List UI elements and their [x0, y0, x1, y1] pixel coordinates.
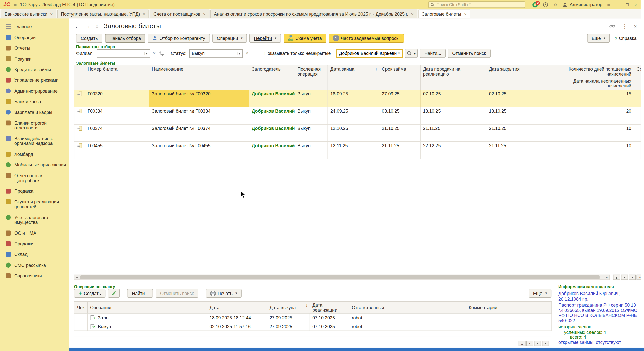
chevron-down-icon[interactable]: ▾: [237, 52, 242, 55]
column-header[interactable]: Ответственный: [349, 302, 466, 313]
cell-sale-date[interactable]: 07.10.2025: [310, 313, 349, 322]
column-header[interactable]: Дата передачи на реализацию: [420, 65, 486, 90]
column-header[interactable]: Дата закрытия: [486, 65, 546, 90]
cell-responsible[interactable]: robot: [349, 313, 466, 322]
cell-days[interactable]: 15: [546, 90, 634, 107]
ops-create-button[interactable]: +Создать: [74, 289, 106, 298]
sidebar-item-collateral[interactable]: Учет залогового имущества: [0, 212, 69, 228]
page-down-button[interactable]: ▼: [534, 341, 541, 346]
sidebar-item-references[interactable]: Справочники: [0, 271, 69, 281]
sidebar-item-sales[interactable]: Продажи: [0, 238, 69, 249]
only-open-checkbox[interactable]: [257, 51, 262, 56]
column-header[interactable]: Комментарий: [466, 302, 552, 313]
cell-close-date[interactable]: 21.10.25: [486, 124, 546, 141]
column-subheader[interactable]: Дата начала неоплаченных начислений: [546, 78, 634, 90]
more-button[interactable]: Еще▾: [587, 34, 610, 43]
page-up-button[interactable]: ▲: [526, 341, 533, 346]
chevron-down-icon[interactable]: ▾: [144, 52, 149, 55]
cell-name[interactable]: Залоговый билет № Г00320: [149, 90, 249, 107]
close-icon[interactable]: ×: [50, 12, 53, 16]
branch-combo[interactable]: ▾: [97, 49, 150, 58]
close-icon[interactable]: ×: [203, 12, 206, 16]
table-row[interactable]: Выкуп 02.10.2025 11:57:16 27.09.2025 07.…: [74, 322, 552, 331]
sidebar-item-main[interactable]: Главное: [0, 21, 69, 32]
sidebar-item-sale[interactable]: Продажа: [0, 186, 69, 196]
cell-date[interactable]: 18.09.2025 18:12:44: [207, 313, 267, 322]
column-header-loan-date[interactable]: Дата займа↓: [328, 65, 379, 90]
ops-edit-button[interactable]: [108, 289, 120, 298]
cell-comment[interactable]: [466, 313, 552, 322]
scroll-right-icon[interactable]: ▸: [604, 275, 609, 279]
cell-name[interactable]: Залоговый билет № Г00455: [149, 142, 249, 159]
sidebar-item-bank-cash[interactable]: Банк и касса: [0, 96, 69, 107]
column-header[interactable]: Дата реализации: [310, 302, 349, 313]
table-row[interactable]: Г00455 Залоговый билет № Г00455 Добриков…: [74, 142, 641, 159]
close-icon[interactable]: ×: [464, 12, 467, 16]
operations-menu-button[interactable]: Операции▾: [212, 34, 247, 43]
sidebar-item-mobile-apps[interactable]: Мобильные приложения: [0, 159, 69, 170]
sidebar-item-credits[interactable]: Кредиты и займы: [0, 64, 69, 75]
cell-pledger[interactable]: Добриков Василий Юрьевич: [249, 142, 295, 159]
cell-last-op[interactable]: Выкуп: [295, 107, 328, 124]
cell-loan-date[interactable]: 12.11.25: [328, 142, 379, 159]
cell-loan-date[interactable]: 24.09.25: [328, 107, 379, 124]
column-header[interactable]: Залогодатель: [249, 65, 295, 90]
go-last-button[interactable]: ▼: [542, 341, 549, 346]
faq-button[interactable]: ? Часто задаваемые вопросы: [329, 34, 404, 43]
cell-date[interactable]: 02.10.2025 11:57:16: [207, 322, 267, 331]
go-last-button[interactable]: ▼: [637, 275, 641, 280]
accounting-scheme-button[interactable]: Схема учета: [284, 34, 326, 43]
tab-pledge-tickets[interactable]: Залоговые билеты ×: [418, 9, 470, 18]
sidebar-item-strict-forms[interactable]: Бланки строгой отчетности: [0, 118, 69, 133]
column-header-cut[interactable]: Со: [634, 65, 641, 90]
more-menu-icon[interactable]: ⋮: [622, 23, 627, 29]
notifications-icon[interactable]: 2: [533, 2, 538, 7]
tab-receipts[interactable]: Поступление (акты, накладные, УПД) ×: [57, 9, 149, 18]
sidebar-item-operations[interactable]: Операции: [0, 32, 69, 43]
clear-branch-icon[interactable]: ×: [152, 51, 157, 56]
sidebar-item-supervision[interactable]: Взаимодействие с органами надзора: [0, 133, 69, 149]
cell-number[interactable]: Г00334: [85, 107, 149, 124]
cell-sale-date[interactable]: 07.10.2025: [310, 322, 349, 331]
table-row[interactable]: Г00374 Залоговый билет № Г00374 Добриков…: [74, 124, 641, 141]
cell-transfer-date[interactable]: 13.10.25: [420, 107, 486, 124]
ops-cancel-search-button[interactable]: Отменить поиск: [156, 289, 198, 298]
cancel-search-button[interactable]: Отменить поиск: [448, 49, 490, 58]
cell-close-date[interactable]: 21.11.25: [486, 142, 546, 159]
minimize-button[interactable]: –: [617, 2, 620, 7]
close-page-icon[interactable]: ×: [634, 23, 637, 29]
close-icon[interactable]: ×: [411, 12, 414, 16]
choose-branch-icon[interactable]: [159, 51, 164, 56]
sidebar-item-os-nma[interactable]: ОС и НМА: [0, 228, 69, 238]
sidebar-item-warehouse[interactable]: Склад: [0, 249, 69, 260]
cell-number[interactable]: Г00320: [85, 90, 149, 107]
scrollbar-thumb[interactable]: [80, 275, 600, 279]
favorites-star-icon[interactable]: ☆: [553, 2, 558, 8]
cell-loan-date[interactable]: 18.09.25: [328, 90, 379, 107]
close-icon[interactable]: ×: [143, 12, 145, 16]
column-header[interactable]: Операция: [87, 302, 207, 313]
sidebar-item-admin[interactable]: Администрирование: [0, 85, 69, 96]
column-header[interactable]: Срок займа: [379, 65, 420, 90]
cell-pledger[interactable]: Добриков Василий Юрьевич: [249, 90, 295, 107]
filter-by-contractor-button[interactable]: Отбор по контрагенту: [148, 34, 210, 43]
cell-days[interactable]: 10: [546, 124, 634, 141]
sidebar-item-sms[interactable]: СМС рассылка: [0, 260, 69, 270]
go-first-button[interactable]: ▲: [613, 275, 620, 280]
scroll-left-icon[interactable]: ◂: [74, 275, 80, 279]
ops-more-button[interactable]: Еще▾: [529, 289, 551, 298]
cell-name[interactable]: Залоговый билет № Г00334: [149, 107, 249, 124]
column-header[interactable]: Номер билета: [85, 65, 149, 90]
cell-last-op[interactable]: Выкуп: [295, 142, 328, 159]
find-button[interactable]: Найти...: [420, 49, 446, 58]
table-row[interactable]: Залог 18.09.2025 18:12:44 27.09.2025 07.…: [74, 313, 552, 322]
tab-payment-analysis[interactable]: Анализ оплат и сроков просрочки по схема…: [210, 9, 417, 18]
sidebar-item-payroll[interactable]: Зарплата и кадры: [0, 107, 69, 118]
cell-days[interactable]: 20: [546, 107, 634, 124]
maximize-button[interactable]: □: [626, 2, 629, 7]
column-header[interactable]: Чек: [74, 302, 87, 313]
cell-transfer-date[interactable]: 22.12.25: [420, 142, 486, 159]
favorite-star-icon[interactable]: ☆: [95, 23, 99, 29]
history-clock-icon[interactable]: [543, 2, 548, 7]
column-header[interactable]: Наименование: [149, 65, 249, 90]
